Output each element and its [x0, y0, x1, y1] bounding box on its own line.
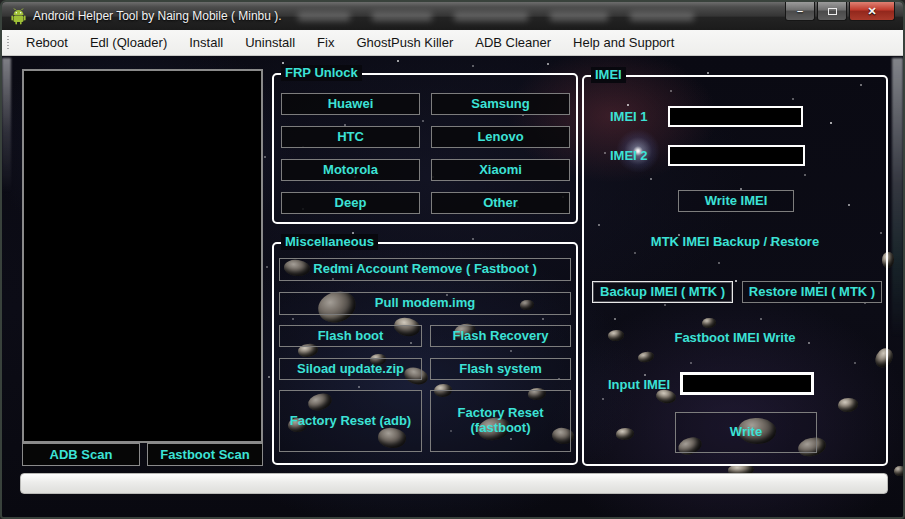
- frp-button-lenovo[interactable]: Lenovo: [431, 126, 570, 148]
- fastboot-write-button[interactable]: Write: [675, 412, 817, 453]
- frp-button-samsung[interactable]: Samsung: [431, 93, 570, 115]
- fastboot-imei-write-heading: Fastboot IMEI Write: [584, 330, 886, 345]
- menu-item-reboot[interactable]: Reboot: [15, 30, 79, 55]
- title-bar[interactable]: Android Helper Tool by Naing Mobile ( Mi…: [2, 2, 903, 30]
- menu-item-uninstall[interactable]: Uninstall: [234, 30, 306, 55]
- fastboot-scan-button[interactable]: Fastboot Scan: [147, 443, 263, 466]
- imei-group-title: IMEI: [591, 67, 626, 83]
- window-controls: – ✕: [783, 2, 895, 21]
- menu-bar: Reboot Edl (Qloader) Install Uninstall F…: [2, 30, 903, 56]
- input-imei-field[interactable]: [680, 372, 814, 395]
- imei2-label: IMEI 2: [610, 148, 648, 163]
- frp-button-other[interactable]: Other: [431, 192, 570, 214]
- misc-button-flash-recovery[interactable]: Flash Recovery: [430, 325, 571, 347]
- misc-button-factory-reset-fastboot[interactable]: Factory Reset (fastboot): [430, 390, 571, 452]
- imei1-label: IMEI 1: [610, 109, 648, 124]
- window-title: Android Helper Tool by Naing Mobile ( Mi…: [33, 9, 282, 23]
- misc-button-flash-system[interactable]: Flash system: [430, 358, 571, 380]
- minimize-button[interactable]: –: [785, 2, 815, 21]
- frp-button-huawei[interactable]: Huawei: [281, 93, 420, 115]
- misc-button-pull-modem-img[interactable]: Pull modem.img: [279, 292, 571, 315]
- imei-group: IMEI IMEI 1 IMEI 2 Write IMEI MTK IMEI B…: [582, 75, 888, 466]
- menu-item-ghostpush-killer[interactable]: GhostPush Killer: [345, 30, 464, 55]
- main-content: ADB Scan Fastboot Scan FRP Unlock Huawei…: [2, 56, 903, 517]
- device-log-output[interactable]: [22, 69, 263, 443]
- input-imei-label: Input IMEI: [608, 377, 670, 392]
- close-button[interactable]: ✕: [849, 2, 895, 21]
- menu-item-fix[interactable]: Fix: [306, 30, 345, 55]
- adb-scan-button[interactable]: ADB Scan: [22, 443, 140, 466]
- menu-item-edl-qloader[interactable]: Edl (Qloader): [79, 30, 178, 55]
- menu-grip-handle[interactable]: [7, 36, 9, 50]
- misc-button-flash-boot[interactable]: Flash boot: [279, 325, 422, 347]
- misc-button-redmi-account-remove[interactable]: Redmi Account Remove ( Fastboot ): [279, 258, 571, 281]
- write-imei-button[interactable]: Write IMEI: [678, 190, 794, 212]
- app-window: Android Helper Tool by Naing Mobile ( Mi…: [0, 0, 905, 519]
- frp-button-htc[interactable]: HTC: [281, 126, 420, 148]
- frp-button-xiaomi[interactable]: Xiaomi: [431, 159, 570, 181]
- frp-unlock-group: FRP Unlock Huawei Samsung HTC Lenovo Mot…: [272, 73, 578, 224]
- mtk-backup-restore-heading: MTK IMEI Backup / Restore: [584, 234, 886, 249]
- misc-button-factory-reset-adb[interactable]: Factory Reset (adb): [279, 390, 422, 452]
- backup-imei-mtk-button[interactable]: Backup IMEI ( MTK ): [592, 281, 733, 303]
- maximize-icon: [828, 8, 837, 15]
- progress-bar: [20, 473, 888, 494]
- menu-item-help-and-support[interactable]: Help and Support: [562, 30, 685, 55]
- maximize-button[interactable]: [817, 2, 847, 21]
- miscellaneous-group: Miscellaneous Redmi Account Remove ( Fas…: [272, 242, 578, 465]
- frp-button-deep[interactable]: Deep: [281, 192, 420, 214]
- menu-item-install[interactable]: Install: [178, 30, 234, 55]
- imei2-input[interactable]: [668, 145, 805, 166]
- blurred-background-text: [298, 12, 694, 21]
- close-icon: ✕: [867, 5, 876, 18]
- asteroid-decoration: [894, 466, 903, 476]
- misc-button-siload-update-zip[interactable]: Siload update.zip: [279, 358, 422, 380]
- frp-button-motorola[interactable]: Motorola: [281, 159, 420, 181]
- miscellaneous-group-title: Miscellaneous: [281, 234, 378, 250]
- nebula-edge-left: [2, 58, 11, 193]
- restore-imei-mtk-button[interactable]: Restore IMEI ( MTK ): [742, 281, 882, 303]
- menu-item-adb-cleaner[interactable]: ADB Cleaner: [464, 30, 562, 55]
- android-app-icon: [10, 8, 27, 25]
- nebula-edge-right: [892, 58, 903, 338]
- imei1-input[interactable]: [668, 106, 803, 127]
- frp-unlock-group-title: FRP Unlock: [281, 65, 362, 81]
